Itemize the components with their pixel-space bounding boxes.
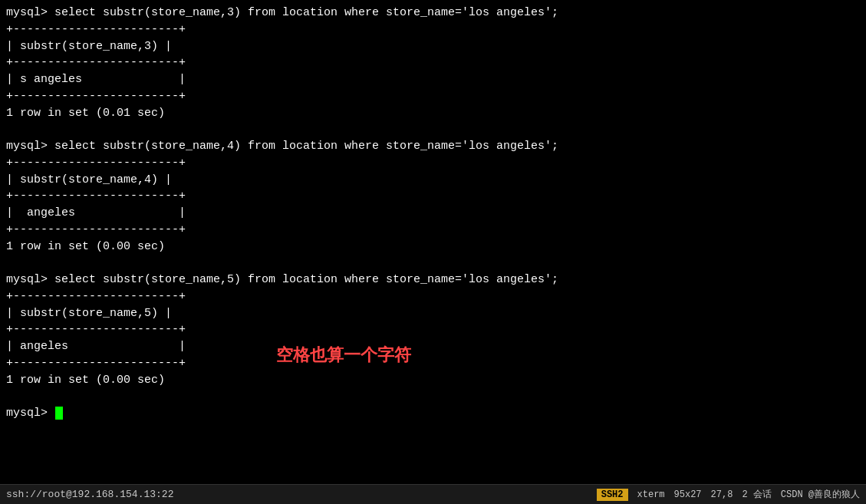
terminal-line: | substr(store_name,3) |	[6, 38, 860, 55]
terminal-line: +------------------------+	[6, 288, 860, 305]
status-position: 27,8	[711, 489, 733, 500]
terminal-line: +------------------------+	[6, 155, 860, 172]
terminal-line: +------------------------+	[6, 355, 860, 372]
terminal-line: mysql> select substr(store_name,5) from …	[6, 272, 860, 288]
terminal-line	[6, 121, 860, 138]
terminal-line: +------------------------+	[6, 54, 860, 71]
status-size: 95x27	[674, 489, 702, 500]
status-right-group: SSH2 xterm 95x27 27,8 2 会话 CSDN @善良的狼人	[597, 488, 860, 501]
terminal-line: mysql> select substr(store_name,3) from …	[6, 5, 860, 21]
terminal-line	[6, 388, 860, 405]
statusbar: ssh://root@192.168.154.13:22 SSH2 xterm …	[0, 484, 866, 504]
status-connection: ssh://root@192.168.154.13:22	[6, 489, 173, 500]
terminal-line: mysql>	[6, 405, 860, 422]
terminal-line: | angeles |	[6, 205, 860, 222]
terminal-line: +------------------------+	[6, 88, 860, 105]
terminal-cursor	[55, 407, 63, 420]
terminal[interactable]: mysql> select substr(store_name,3) from …	[0, 0, 866, 484]
terminal-line	[6, 255, 860, 272]
terminal-line: | substr(store_name,4) |	[6, 172, 860, 189]
terminal-line: +------------------------+	[6, 222, 860, 239]
terminal-line: +------------------------+	[6, 21, 860, 38]
terminal-line: | angeles |	[6, 338, 860, 355]
terminal-line: 1 row in set (0.00 sec)	[6, 372, 860, 389]
terminal-line: +------------------------+	[6, 321, 860, 338]
status-xterm: xterm	[637, 489, 665, 500]
annotation-text: 空格也算一个字符	[276, 344, 411, 367]
status-ssh-badge: SSH2	[597, 489, 628, 501]
terminal-line: 1 row in set (0.00 sec)	[6, 239, 860, 255]
terminal-line: | s angeles |	[6, 71, 860, 88]
status-csdn: CSDN @善良的狼人	[781, 488, 860, 501]
terminal-line: | substr(store_name,5) |	[6, 305, 860, 322]
status-sessions: 2 会话	[742, 488, 771, 501]
terminal-line: 1 row in set (0.01 sec)	[6, 105, 860, 122]
terminal-line: mysql> select substr(store_name,4) from …	[6, 138, 860, 155]
terminal-line: +------------------------+	[6, 188, 860, 205]
